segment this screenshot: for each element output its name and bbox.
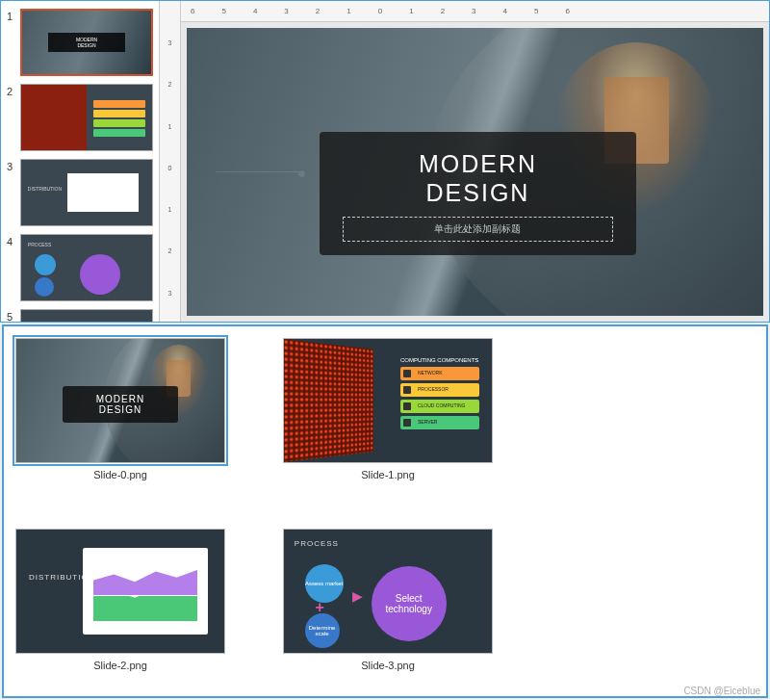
area-chart [83, 548, 208, 635]
slide-thumbnail[interactable]: 4 PROCESS [1, 230, 159, 305]
slide-preview-2[interactable] [20, 84, 153, 151]
file-thumbnail: DISTRIBUTION [15, 529, 225, 654]
circuit-decoration [216, 149, 320, 207]
file-name: Slide-0.png [15, 469, 225, 480]
arrow-icon: ▶ [352, 588, 363, 604]
slide-number: 5 [7, 309, 20, 322]
powerpoint-editor: 1 MODERNDESIGN 2 3 DISTRIBUTION [0, 0, 770, 323]
slide-title[interactable]: MODERN DESIGN [343, 149, 613, 207]
file-name: Slide-1.png [283, 469, 493, 480]
slide-preview-4[interactable]: PROCESS [20, 234, 153, 301]
file-thumbnail: MODERNDESIGN [15, 338, 225, 463]
horizontal-ruler: 6543210123456 [181, 1, 769, 22]
slide-thumbnail[interactable]: 3 DISTRIBUTION [1, 155, 159, 230]
editor-area: 3 2 1 0 1 2 3 6543210123456 MODERN DESIG… [160, 1, 769, 322]
slide-number: 4 [7, 234, 20, 247]
watermark: CSDN @Eiceblue [683, 686, 760, 696]
slide-number: 3 [7, 159, 20, 172]
file-name: Slide-2.png [15, 660, 225, 671]
slide-preview-5[interactable] [20, 309, 153, 322]
editor-main: 6543210123456 MODERN DESIGN 单击此处添加副标题 [181, 1, 769, 322]
slide-preview-3[interactable]: DISTRIBUTION [20, 159, 153, 226]
circuit-board-image [284, 339, 373, 462]
slide-number: 2 [7, 84, 20, 97]
slide-thumbnail[interactable]: 2 [1, 80, 159, 155]
file-grid: MODERNDESIGN Slide-0.png COMPUTING COMPO… [15, 338, 755, 700]
file-thumbnail: COMPUTING COMPONENTS NETWORK PROCESSOR C… [283, 338, 493, 463]
slide-thumbnail[interactable]: 5 [1, 305, 159, 322]
file-item[interactable]: DISTRIBUTION Slide-2.png [15, 529, 225, 671]
file-item[interactable]: PROCESS Assess market + Determine scale … [283, 529, 493, 671]
slide-canvas[interactable]: MODERN DESIGN 单击此处添加副标题 [187, 28, 763, 316]
file-thumbnail: PROCESS Assess market + Determine scale … [283, 529, 493, 654]
file-explorer: MODERNDESIGN Slide-0.png COMPUTING COMPO… [2, 324, 768, 698]
vertical-ruler: 3 2 1 0 1 2 3 [160, 1, 181, 322]
title-container[interactable]: MODERN DESIGN 单击此处添加副标题 [320, 132, 636, 255]
slide-number: 1 [7, 9, 20, 22]
file-item[interactable]: COMPUTING COMPONENTS NETWORK PROCESSOR C… [283, 338, 493, 480]
file-item[interactable]: MODERNDESIGN Slide-0.png [15, 338, 225, 480]
slide-thumbnail[interactable]: 1 MODERNDESIGN [1, 5, 159, 80]
slide-preview-1[interactable]: MODERNDESIGN [20, 9, 153, 76]
mini-title: MODERNDESIGN [63, 386, 179, 423]
slide-thumbnail-panel[interactable]: 1 MODERNDESIGN 2 3 DISTRIBUTION [1, 1, 160, 322]
subtitle-placeholder[interactable]: 单击此处添加副标题 [343, 217, 613, 242]
file-name: Slide-3.png [283, 660, 493, 671]
